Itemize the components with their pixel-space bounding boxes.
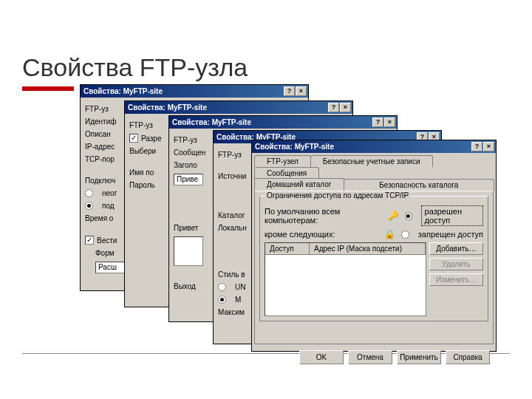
- label: Вести: [97, 236, 117, 245]
- slide-title: Свойства FTP-узла: [22, 53, 248, 82]
- change-button: Изменить…: [429, 273, 483, 286]
- label: неог: [102, 189, 117, 197]
- cancel-button[interactable]: Отмена: [348, 350, 392, 364]
- radio-limited[interactable]: [85, 202, 93, 210]
- ip-restriction-list[interactable]: Доступ Адрес IP (Маска подсети): [265, 242, 426, 316]
- default-access-label: По умолчанию всем компьютерам:: [265, 207, 382, 225]
- lock-icon: 🔒: [384, 229, 395, 239]
- radio-msdos[interactable]: [218, 296, 226, 304]
- tab-secure-accounts[interactable]: Безопасные учетные записи: [310, 155, 433, 167]
- tab-strip-row2: Домашний каталог Безопасность каталога: [254, 178, 494, 191]
- window-title: Свойства: MyFTP-site: [172, 118, 372, 126]
- label: под: [102, 202, 115, 210]
- window-title: Свойства: MyFTP-site: [255, 143, 471, 151]
- add-button[interactable]: Добавить…: [429, 242, 483, 255]
- label: Разре: [141, 134, 162, 143]
- help-button-bottom[interactable]: Справка: [446, 350, 490, 364]
- security-panel: Ограничения доступа по адресам TCP/IP По…: [254, 191, 494, 344]
- list-header: Доступ Адрес IP (Маска подсети): [265, 243, 426, 255]
- title-bar[interactable]: Свойства: MyFTP-site ? ×: [252, 140, 496, 153]
- key-icon: 🔑: [388, 211, 399, 221]
- radio-deny-access[interactable]: [401, 231, 409, 239]
- label: M: [235, 296, 241, 304]
- close-button[interactable]: ×: [296, 86, 307, 96]
- close-button[interactable]: ×: [483, 142, 494, 151]
- allow-access-label: разрешен доступ: [421, 205, 483, 226]
- radio-unix[interactable]: [218, 283, 226, 291]
- window-title: Свойства: MyFTP-site: [83, 87, 284, 95]
- col-ip[interactable]: Адрес IP (Маска подсети): [310, 243, 426, 254]
- title-bar[interactable]: Свойства: MyFTP-site ? ×: [169, 116, 397, 129]
- ok-button[interactable]: OK: [299, 350, 344, 364]
- dialog-buttons: OK Отмена Применить Справка: [252, 347, 496, 368]
- remove-button: Удалить: [429, 258, 483, 270]
- title-bar[interactable]: Свойства: MyFTP-site ? ×: [125, 101, 352, 114]
- radio-unlimited[interactable]: [85, 189, 93, 197]
- greeting-input[interactable]: [174, 236, 203, 266]
- radio-allow-access[interactable]: [405, 212, 412, 220]
- close-button[interactable]: ×: [384, 117, 395, 127]
- help-button[interactable]: ?: [471, 142, 482, 151]
- help-button[interactable]: ?: [328, 103, 339, 112]
- group-legend: Ограничения доступа по адресам TCP/IP: [265, 191, 411, 200]
- help-button[interactable]: ?: [372, 117, 383, 127]
- tab-directory-security[interactable]: Безопасность каталога: [344, 179, 495, 191]
- label: UN: [235, 283, 245, 291]
- help-button[interactable]: ?: [284, 86, 295, 96]
- close-button[interactable]: ×: [340, 103, 351, 112]
- ftp-properties-dialog-front: Свойства: MyFTP-site ? × FTP-узел Безопа…: [251, 140, 497, 352]
- col-access[interactable]: Доступ: [265, 243, 310, 254]
- checkbox-allow-anon[interactable]: ✓: [129, 134, 138, 143]
- tab-home-directory[interactable]: Домашний каталог: [254, 178, 344, 191]
- apply-button[interactable]: Применить: [397, 350, 441, 364]
- tab-ftp-node[interactable]: FTP-узел: [254, 155, 311, 167]
- title-accent-bar: [22, 86, 74, 91]
- tab-strip: FTP-узел Безопасные учетные записи Сообщ…: [254, 155, 494, 179]
- checkbox-logging[interactable]: ✓: [85, 236, 94, 245]
- except-label: кроме следующих:: [265, 230, 335, 239]
- tab-messages[interactable]: Сообщения: [254, 167, 319, 179]
- window-title: Свойства: MyFTP-site: [128, 103, 328, 112]
- title-bar[interactable]: Свойства: MyFTP-site ? ×: [81, 85, 308, 98]
- deny-access-label: запрещен доступ: [418, 230, 483, 239]
- tcpip-restrictions-group: Ограничения доступа по адресам TCP/IP По…: [259, 196, 488, 321]
- header-input[interactable]: Приве: [174, 174, 203, 185]
